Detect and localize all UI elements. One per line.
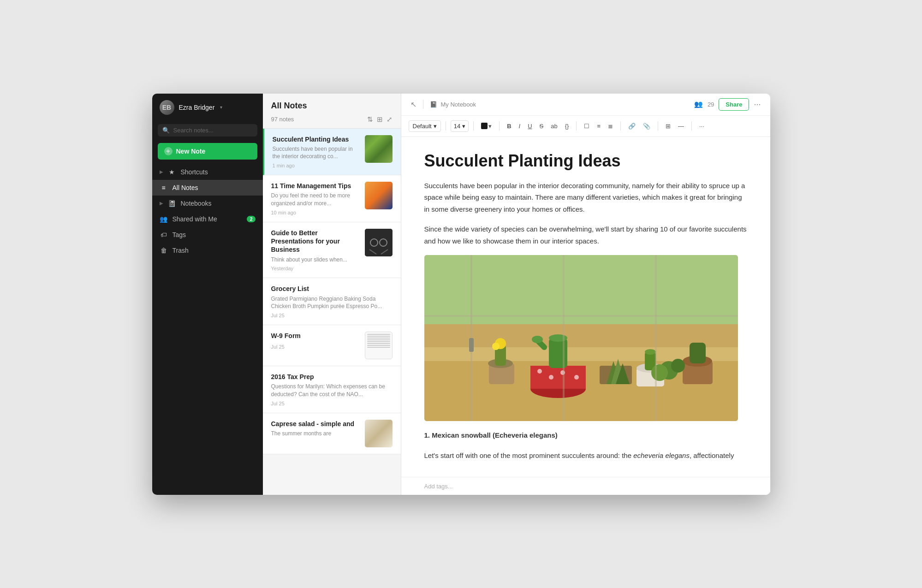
document-title: Succulent Planting Ideas [424, 151, 747, 171]
sidebar-item-label: All Notes [173, 184, 256, 191]
note-text: 11 Time Management Tips Do you feel the … [271, 182, 359, 215]
note-time: Jul 25 [271, 401, 393, 406]
avatar: EB [160, 100, 174, 115]
notes-toolbar: ⇅ ⊞ ⤢ [367, 115, 393, 124]
note-item[interactable]: Guide to Better Presentations for your B… [263, 222, 401, 278]
code-button[interactable]: {} [562, 121, 572, 131]
note-item[interactable]: 2016 Tax Prep Questions for Marilyn: Whi… [263, 366, 401, 413]
more-options-icon[interactable]: ··· [754, 100, 761, 109]
font-size-select[interactable]: 14 ▾ [451, 120, 469, 132]
note-text: W-9 Form Jul 25 [271, 332, 359, 350]
note-thumbnail [365, 229, 393, 256]
note-item[interactable]: Caprese salad - simple and The summer mo… [263, 413, 401, 454]
ordered-list-button[interactable]: ≣ [605, 121, 616, 131]
separator [620, 121, 621, 131]
notebook-info: ↖ 📓 My Notebook [410, 100, 476, 109]
checkbox-button[interactable]: ☐ [581, 121, 592, 131]
note-item[interactable]: 11 Time Management Tips Do you feel the … [263, 175, 401, 222]
svg-rect-35 [690, 343, 706, 363]
share-button[interactable]: Share [719, 98, 749, 111]
notebook-icon: 📓 [168, 200, 176, 207]
unordered-list-button[interactable]: ≡ [594, 121, 603, 131]
underline-button[interactable]: U [525, 121, 535, 131]
notes-list-header: All Notes 97 notes ⇅ ⊞ ⤢ [263, 94, 401, 129]
note-time: 1 min ago [273, 163, 359, 168]
document-list-item-1-text: Let's start off with one of the most pro… [424, 450, 747, 462]
sidebar-item-trash[interactable]: 🗑 Trash [152, 243, 263, 258]
svg-point-27 [645, 349, 656, 355]
separator [473, 121, 474, 131]
separator [658, 121, 658, 131]
document-image [424, 255, 738, 421]
svg-point-19 [532, 336, 543, 343]
divider-button[interactable]: — [675, 121, 687, 131]
sidebar-item-label: Shortcuts [181, 168, 256, 176]
sidebar-item-shortcuts[interactable]: ▶ ★ Shortcuts [152, 164, 263, 180]
bold-button[interactable]: B [504, 121, 514, 131]
sidebar-item-notebooks[interactable]: ▶ 📓 Notebooks [152, 196, 263, 211]
sidebar-item-all-notes[interactable]: ≡ All Notes [152, 180, 263, 196]
note-item[interactable]: Succulent Planting Ideas Succulents have… [263, 129, 401, 176]
svg-rect-42 [424, 315, 738, 317]
strikethrough-button[interactable]: S [537, 121, 547, 131]
note-item[interactable]: Grocery List Grated Parmigiano Reggiano … [263, 278, 401, 325]
editor-panel: ↖ 📓 My Notebook 👥 29 Share ··· Default ▾… [401, 94, 770, 495]
svg-point-38 [651, 364, 668, 381]
editor-toolbar: Default ▾ 14 ▾ ▾ B I U S ab {} ☐ ≡ ≣ [401, 116, 770, 137]
note-title: Guide to Better Presentations for your B… [271, 229, 359, 254]
notes-list-title: All Notes [271, 101, 393, 111]
sidebar-item-label: Tags [173, 231, 256, 238]
new-note-button[interactable]: + New Note [158, 143, 257, 160]
chevron-down-icon: ▾ [488, 123, 492, 130]
collaborators-icon: 👥 [694, 100, 703, 108]
font-family-select[interactable]: Default ▾ [409, 120, 441, 132]
note-thumbnail [365, 420, 393, 447]
more-formats-button[interactable]: ··· [696, 121, 707, 131]
note-text: Succulent Planting Ideas Succulents have… [273, 135, 359, 169]
separator [499, 121, 500, 131]
star-icon: ★ [168, 168, 176, 176]
sidebar-item-label: Trash [173, 247, 256, 254]
note-preview: The summer months are [271, 430, 359, 438]
svg-point-32 [492, 343, 500, 350]
attachment-button[interactable]: 📎 [640, 121, 653, 131]
sidebar-item-shared[interactable]: 👥 Shared with Me 2 [152, 211, 263, 227]
note-item[interactable]: W-9 Form Jul 25 [263, 325, 401, 366]
tags-bar[interactable]: Add tags... [401, 477, 770, 495]
chevron-down-icon: ▾ [220, 105, 222, 110]
editor-content-area[interactable]: Succulent Planting Ideas Succulents have… [401, 137, 770, 477]
notes-scroll-area[interactable]: Succulent Planting Ideas Succulents have… [263, 129, 401, 495]
expand-arrow-icon: ▶ [160, 169, 163, 174]
sidebar-header: EB Ezra Bridger ▾ [152, 94, 263, 121]
note-text: Grocery List Grated Parmigiano Reggiano … [271, 285, 393, 318]
table-button[interactable]: ⊞ [663, 121, 673, 131]
expand-icon[interactable]: ⤢ [387, 115, 393, 124]
italic-button[interactable]: I [516, 121, 523, 131]
link-button[interactable]: 🔗 [625, 121, 638, 131]
tags-icon: 🏷 [160, 231, 168, 238]
svg-rect-0 [365, 229, 393, 256]
note-title: W-9 Form [271, 332, 359, 340]
shared-icon: 👥 [160, 215, 168, 223]
sidebar-item-tags[interactable]: 🏷 Tags [152, 227, 263, 243]
chevron-down-icon: ▾ [434, 123, 437, 130]
highlight-button[interactable]: ab [548, 121, 560, 131]
sort-icon[interactable]: ⇅ [367, 115, 373, 124]
notes-list-meta: 97 notes ⇅ ⊞ ⤢ [271, 115, 393, 124]
view-toggle-icon[interactable]: ⊞ [377, 115, 383, 124]
sidebar-item-label: Notebooks [181, 200, 256, 207]
add-tags-input[interactable]: Add tags... [424, 483, 453, 490]
search-input[interactable] [173, 127, 253, 134]
back-icon[interactable]: ↖ [410, 100, 416, 109]
sidebar-item-label: Shared with Me [173, 215, 243, 223]
svg-rect-40 [563, 255, 565, 421]
separator [691, 121, 692, 131]
svg-rect-43 [469, 338, 474, 352]
search-bar[interactable]: 🔍 [158, 124, 257, 137]
trash-icon: 🗑 [160, 247, 168, 254]
note-preview: Do you feel the need to be more organize… [271, 192, 359, 208]
search-icon: 🔍 [162, 127, 170, 134]
notes-count: 97 notes [271, 116, 294, 123]
svg-point-13 [549, 375, 553, 380]
text-color-button[interactable]: ▾ [478, 121, 494, 131]
